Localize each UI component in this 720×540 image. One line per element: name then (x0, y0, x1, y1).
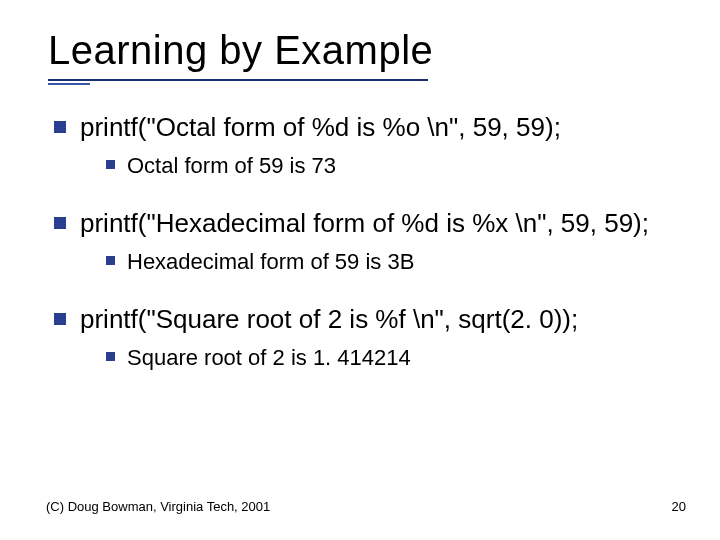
code-line: printf("Hexadecimal form of %d is %x \n"… (80, 207, 649, 240)
square-bullet-icon (54, 313, 66, 325)
square-bullet-icon (106, 256, 115, 265)
bullet-item: printf("Hexadecimal form of %d is %x \n"… (54, 207, 680, 240)
sub-bullet-item: Square root of 2 is 1. 414214 (106, 344, 680, 372)
slide-title: Learning by Example (48, 28, 680, 73)
footer-page-number: 20 (672, 499, 686, 514)
output-line: Hexadecimal form of 59 is 3B (127, 248, 414, 276)
sub-bullet-item: Octal form of 59 is 73 (106, 152, 680, 180)
slide-body: printf("Octal form of %d is %o \n", 59, … (48, 111, 680, 371)
square-bullet-icon (54, 217, 66, 229)
code-line: printf("Square root of 2 is %f \n", sqrt… (80, 303, 578, 336)
output-line: Square root of 2 is 1. 414214 (127, 344, 411, 372)
square-bullet-icon (54, 121, 66, 133)
bullet-item: printf("Square root of 2 is %f \n", sqrt… (54, 303, 680, 336)
code-line: printf("Octal form of %d is %o \n", 59, … (80, 111, 561, 144)
sub-bullet-item: Hexadecimal form of 59 is 3B (106, 248, 680, 276)
title-underline (48, 79, 680, 85)
output-line: Octal form of 59 is 73 (127, 152, 336, 180)
square-bullet-icon (106, 160, 115, 169)
bullet-item: printf("Octal form of %d is %o \n", 59, … (54, 111, 680, 144)
slide: Learning by Example printf("Octal form o… (0, 0, 720, 540)
footer-copyright: (C) Doug Bowman, Virginia Tech, 2001 (46, 499, 270, 514)
square-bullet-icon (106, 352, 115, 361)
